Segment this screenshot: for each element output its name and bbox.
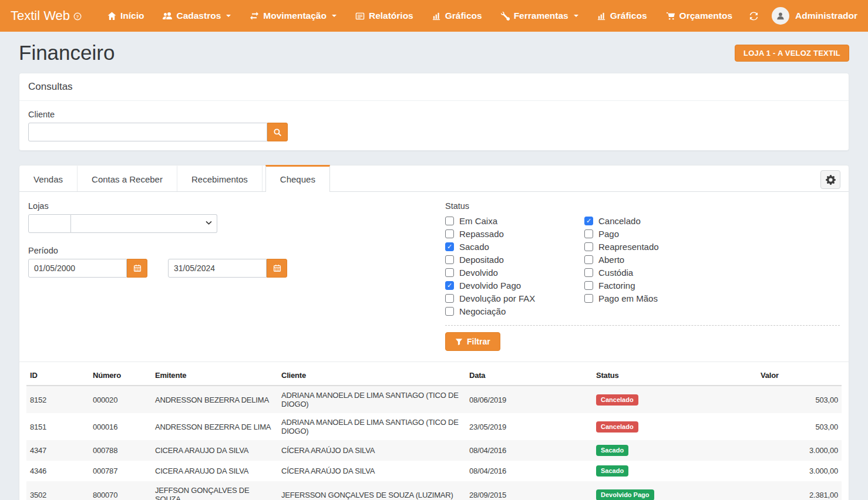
caret-down-icon [226, 15, 231, 17]
checkbox-box[interactable] [445, 268, 454, 277]
checkbox-box[interactable] [445, 281, 454, 290]
column-header-data: Data [466, 366, 593, 386]
users-icon [163, 11, 172, 21]
consultas-panel: Consultas Cliente [19, 73, 849, 151]
loja-code-input[interactable] [28, 214, 71, 233]
table-row: 8151000016ANDRESSON BEZERRA DE LIMAADRIA… [26, 413, 842, 440]
nav-item-relatorios[interactable]: Relatórios [346, 0, 423, 32]
cell-valor: 3.000,00 [757, 461, 842, 481]
cell-numero: 000016 [89, 413, 152, 440]
status-checkbox-em-caixa[interactable]: Em Caixa [445, 214, 584, 227]
consultas-title: Consultas [19, 73, 849, 101]
status-checkbox-pago-em-maos[interactable]: Pago em Mãos [584, 292, 724, 305]
filter-button[interactable]: Filtrar [445, 332, 500, 351]
checkbox-box[interactable] [445, 255, 454, 264]
cell-id: 8151 [26, 413, 89, 440]
table-row: 4347000788CICERA ARAUJO DA SILVACÍCERA A… [26, 440, 842, 461]
question-circle-icon[interactable]: ? [73, 12, 82, 21]
nav-item-orcamentos[interactable]: Orçamentos [657, 0, 742, 32]
nav-item-label: Movimentação [263, 11, 327, 21]
checkbox-box[interactable] [445, 307, 454, 316]
checkbox-box[interactable] [584, 255, 593, 264]
status-checkbox-sacado[interactable]: Sacado [445, 240, 584, 253]
nav-item-label: Orçamentos [679, 11, 732, 21]
status-checkbox-negociacao[interactable]: Negociação [445, 305, 584, 317]
cell-numero: 000020 [89, 386, 152, 413]
checkbox-label: Negociação [459, 306, 506, 316]
checkbox-box[interactable] [584, 294, 593, 303]
checkbox-label: Em Caixa [459, 216, 497, 226]
checkbox-box[interactable] [445, 242, 454, 251]
user-menu[interactable]: Administrador [772, 7, 857, 25]
checkbox-label: Devolução por FAX [459, 293, 535, 303]
exchange-icon [250, 11, 259, 21]
cliente-input[interactable] [28, 123, 267, 141]
status-badge: Sacado [596, 465, 628, 477]
page-title: Financeiro [19, 41, 115, 65]
checkbox-box[interactable] [445, 229, 454, 238]
periodo-label: Período [28, 246, 445, 255]
nav-item-graficos[interactable]: Gráficos [588, 0, 657, 32]
checkbox-label: Pago [598, 229, 619, 239]
cell-valor: 2.381,00 [757, 481, 842, 500]
status-checkbox-pago[interactable]: Pago [584, 227, 724, 240]
table-row: 4346000787CICERA ARAUJO DA SILVACÍCERA A… [26, 461, 842, 481]
cell-emitente: ANDRESSON BEZERRA DE LIMA [152, 413, 278, 440]
cell-numero: 800070 [89, 481, 152, 500]
checkbox-box[interactable] [584, 268, 593, 277]
wrench-icon [501, 12, 510, 21]
nav-item-label: Gráficos [610, 11, 647, 21]
checkbox-label: Aberto [598, 255, 624, 265]
checkbox-box[interactable] [584, 229, 593, 238]
tab-cheques[interactable]: Cheques [265, 165, 330, 192]
status-checkbox-factoring[interactable]: Factoring [584, 279, 724, 292]
cell-data: 08/04/2016 [466, 461, 593, 481]
tab-vendas[interactable]: Vendas [19, 165, 78, 191]
checkbox-box[interactable] [584, 281, 593, 290]
store-selector-button[interactable]: LOJA 1 - A VELOZ TEXTIL [735, 45, 849, 62]
nav-item-ferramentas[interactable]: Ferramentas [492, 0, 588, 32]
checkbox-box[interactable] [445, 294, 454, 303]
user-name: Administrador [795, 11, 857, 21]
nav-item-label: Início [120, 11, 144, 21]
avatar [772, 7, 789, 25]
date-to-calendar-button[interactable] [267, 259, 287, 278]
date-to-input[interactable] [168, 259, 267, 278]
brand-logo[interactable]: TextilWeb ? [11, 8, 82, 23]
checkbox-label: Devolvido Pago [459, 281, 521, 290]
checkbox-box[interactable] [584, 217, 593, 225]
status-checkbox-depositado[interactable]: Depositado [445, 253, 584, 266]
bar-chart-icon [597, 12, 606, 21]
checkbox-box[interactable] [445, 217, 454, 225]
nav-item-graficos[interactable]: Gráficos [423, 0, 492, 32]
cell-id: 4346 [26, 461, 89, 481]
nav-item-inicio[interactable]: Início [98, 0, 153, 32]
nav-item-cadastros[interactable]: Cadastros [153, 0, 240, 32]
status-checkbox-custodia[interactable]: Custódia [584, 266, 724, 279]
status-checkbox-aberto[interactable]: Aberto [584, 253, 724, 266]
dashed-separator [445, 325, 840, 326]
search-button[interactable] [267, 123, 288, 141]
nav-item-movimentacao[interactable]: Movimentação [240, 0, 346, 32]
cell-data: 28/09/2015 [466, 481, 593, 500]
cheques-table: IDNúmeroEmitenteClienteDataStatusValor 8… [26, 366, 842, 500]
status-checkbox-repassado[interactable]: Repassado [445, 227, 584, 240]
tab-recebimentos[interactable]: Recebimentos [177, 165, 263, 191]
date-from-input[interactable] [28, 259, 127, 278]
tab-label: Recebimentos [191, 174, 248, 184]
loja-select[interactable] [71, 214, 217, 233]
status-checkbox-devolvido[interactable]: Devolvido [445, 266, 584, 279]
table-row: 3502800070JEFFSON GONÇALVES DE SOUZAJEFE… [26, 481, 842, 500]
status-checkbox-reapresentado[interactable]: Reapresentado [584, 240, 724, 253]
status-checkbox-devolvido-pago[interactable]: Devolvido Pago [445, 279, 584, 292]
status-label: Status [445, 201, 840, 211]
settings-button[interactable] [820, 170, 840, 189]
status-checkbox-devolucao-por-fax[interactable]: Devolução por FAX [445, 292, 584, 305]
nav-item-label: Cadastros [176, 11, 221, 21]
refresh-icon[interactable] [749, 11, 759, 21]
table-row: 8152000020ANDRESSON BEZERRA DELIMAADRIAN… [26, 386, 842, 413]
checkbox-box[interactable] [584, 242, 593, 251]
tab-contas-a-receber[interactable]: Contas a Receber [78, 165, 177, 191]
status-checkbox-cancelado[interactable]: Cancelado [584, 214, 724, 227]
date-from-calendar-button[interactable] [127, 259, 147, 278]
